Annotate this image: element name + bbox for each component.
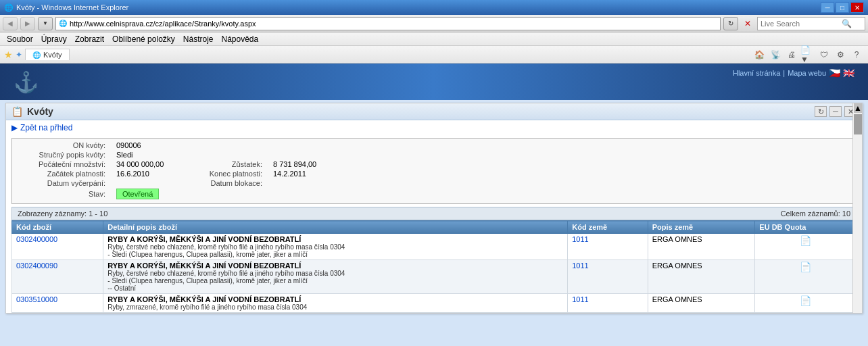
window-controls: ↻ ─ ✕ bbox=[815, 106, 857, 117]
cell-popis-zeme: ERGA OMNES bbox=[648, 260, 755, 294]
favorites-bar: ★ ✦ 🌐 Kvóty 🏠 📡 🖨 📄▼ 🛡 ⚙ ? bbox=[0, 46, 868, 64]
browser-titlebar: 🌐 Kvóty - Windows Internet Explorer ─ □ … bbox=[0, 0, 868, 15]
back-button[interactable]: ◀ bbox=[3, 17, 18, 30]
cell-kod-zeme: 1011 bbox=[568, 260, 648, 294]
on-kvoty-value: 090006 bbox=[116, 141, 184, 149]
browser-title: Kvóty - Windows Internet Explorer bbox=[16, 3, 128, 11]
forward-button[interactable]: ▶ bbox=[20, 17, 35, 30]
cell-kod-zeme: 1011 bbox=[568, 234, 648, 260]
scrollbar[interactable]: ▲ bbox=[852, 103, 862, 313]
kod-zeme-link[interactable]: 1011 bbox=[572, 235, 588, 243]
strucny-value: Sledi bbox=[116, 151, 184, 159]
favorites-tab[interactable]: 🌐 Kvóty bbox=[25, 49, 70, 60]
menu-upravy[interactable]: Úpravy bbox=[37, 33, 71, 45]
minimize-icon[interactable]: ─ bbox=[829, 106, 842, 117]
popis-detail: Ryby, čerstvé nebo chlazené, kromě rybíh… bbox=[107, 243, 563, 258]
search-bar[interactable]: 🔍 bbox=[757, 17, 865, 30]
favorites-add-icon[interactable]: ✦ bbox=[16, 50, 22, 59]
on-kvoty-label: ON kvóty: bbox=[18, 141, 105, 149]
konec-value: 14.2.2011 bbox=[273, 170, 341, 178]
back-link[interactable]: ▶ Zpět na přhled bbox=[6, 120, 862, 135]
zustatek-value: 8 731 894,00 bbox=[273, 160, 341, 168]
minimize-button[interactable]: ─ bbox=[821, 2, 834, 13]
cell-kod-zbozi: 0303510000 bbox=[12, 294, 103, 313]
content-header: 📋 Kvóty ↻ ─ ✕ bbox=[6, 103, 862, 120]
dropdown-button[interactable]: ▼ bbox=[38, 17, 53, 30]
cell-eu-db: 📄 bbox=[755, 294, 857, 313]
menu-oblibene[interactable]: Oblíbené položky bbox=[108, 33, 179, 45]
records-total: Celkem záznamů: 10 bbox=[781, 209, 850, 218]
popis-detail: Ryby, čerstvé nebo chlazené, kromě rybíh… bbox=[107, 270, 563, 292]
sitemap-link[interactable]: Mapa webu bbox=[788, 69, 826, 77]
konec-label: Konec platnosti: bbox=[195, 170, 262, 178]
table-row: 0302400000RYBY A KORÝŠI, MĚKKÝŠI A JINÍ … bbox=[12, 234, 857, 260]
back-link-label: Zpět na přhled bbox=[20, 123, 72, 132]
page-button[interactable]: 📄▼ bbox=[800, 48, 815, 61]
records-shown: Zobrazeny záznamy: 1 - 10 bbox=[18, 209, 107, 218]
safety-button[interactable]: 🛡 bbox=[817, 48, 831, 61]
info-row-datum: Datum vyčerpání: Datum blokace: bbox=[18, 179, 850, 187]
popis-detail: Ryby, zmrazené, kromě rybího filé a jiné… bbox=[107, 303, 563, 311]
kod-zeme-link[interactable]: 1011 bbox=[572, 262, 588, 270]
eu-db-icon[interactable]: 📄 bbox=[800, 235, 811, 246]
maximize-button[interactable]: □ bbox=[836, 2, 849, 13]
address-input[interactable] bbox=[70, 20, 717, 28]
cell-popis-zeme: ERGA OMNES bbox=[648, 294, 755, 313]
cell-eu-db: 📄 bbox=[755, 234, 857, 260]
record-count-bar: Zobrazeny záznamy: 1 - 10 Celkem záznamů… bbox=[11, 207, 857, 220]
zacatek-label: Začátek platnosti: bbox=[18, 170, 105, 178]
content-area: 📋 Kvóty ↻ ─ ✕ ▶ Zpět na přhled ON kvóty:… bbox=[5, 103, 863, 314]
scroll-up-arrow[interactable]: ▲ bbox=[854, 103, 862, 113]
status-badge: Otevřená bbox=[116, 189, 159, 199]
popis-bold: RYBY A KORÝŠI, MĚKKÝŠI A JINÍ VODNÍ BEZO… bbox=[107, 295, 563, 303]
cell-kod-zbozi: 0302400000 bbox=[12, 234, 103, 260]
stop-button[interactable]: ✕ bbox=[741, 17, 754, 30]
window-icon: 📋 bbox=[11, 106, 23, 117]
home-link[interactable]: Hlavní stránka bbox=[733, 69, 780, 77]
kod-zbozi-link[interactable]: 0302400090 bbox=[16, 262, 57, 270]
menu-napoveda[interactable]: Nápověda bbox=[218, 33, 263, 45]
window-title: Kvóty bbox=[27, 106, 53, 117]
search-icon[interactable]: 🔍 bbox=[842, 19, 852, 28]
refresh-button[interactable]: ↻ bbox=[723, 17, 738, 30]
scroll-thumb[interactable] bbox=[854, 114, 862, 134]
col-detailni-popis: Detailní popis zboží bbox=[103, 221, 568, 234]
menu-zobrazit[interactable]: Zobrazit bbox=[71, 33, 108, 45]
favorites-star-icon: ★ bbox=[4, 49, 13, 60]
print-button[interactable]: 🖨 bbox=[784, 48, 799, 61]
banner-separator: | bbox=[783, 69, 785, 77]
nav-toolbar: ◀ ▶ ▼ 🌐 ↻ ✕ 🔍 bbox=[0, 15, 868, 32]
back-arrow-icon: ▶ bbox=[11, 123, 18, 132]
refresh-icon[interactable]: ↻ bbox=[815, 106, 827, 117]
col-kod-zeme: Kód země bbox=[568, 221, 648, 234]
menu-nastroje[interactable]: Nástroje bbox=[179, 33, 218, 45]
window-controls: ─ □ ✕ bbox=[821, 2, 864, 13]
help-button[interactable]: ? bbox=[849, 48, 864, 61]
eu-db-icon[interactable]: 📄 bbox=[800, 295, 811, 306]
pocatecni-label: Počáteční množství: bbox=[18, 160, 105, 168]
menu-bar: Soubor Úpravy Zobrazit Oblíbené položky … bbox=[0, 32, 868, 46]
feeds-button[interactable]: 📡 bbox=[768, 48, 783, 61]
browser-icon: 🌐 bbox=[4, 3, 14, 12]
menu-soubor[interactable]: Soubor bbox=[3, 33, 37, 45]
kod-zbozi-link[interactable]: 0302400000 bbox=[16, 235, 57, 243]
info-box: ON kvóty: 090006 Stručný popis kvóty: Sl… bbox=[11, 138, 857, 204]
stav-label: Stav: bbox=[18, 190, 105, 198]
cell-popis: RYBY A KORÝŠI, MĚKKÝŠI A JINÍ VODNÍ BEZO… bbox=[103, 294, 568, 313]
cell-popis-zeme: ERGA OMNES bbox=[648, 234, 755, 260]
search-input[interactable] bbox=[761, 20, 842, 28]
tab-page-icon: 🌐 bbox=[32, 51, 41, 59]
kod-zbozi-link[interactable]: 0303510000 bbox=[16, 295, 57, 303]
home-button[interactable]: 🏠 bbox=[752, 48, 767, 61]
cell-popis: RYBY A KORÝŠI, MĚKKÝŠI A JINÍ VODNÍ BEZO… bbox=[103, 260, 568, 294]
info-row-pocatecni: Počáteční množství: 34 000 000,00 Zůstat… bbox=[18, 160, 850, 168]
eu-db-icon[interactable]: 📄 bbox=[800, 262, 811, 272]
close-button[interactable]: ✕ bbox=[850, 2, 864, 13]
tools-button[interactable]: ⚙ bbox=[833, 48, 848, 61]
table-header-row: Kód zboží Detailní popis zboží Kód země … bbox=[12, 221, 857, 234]
datum-vyc-label: Datum vyčerpání: bbox=[18, 179, 105, 187]
tab-label: Kvóty bbox=[43, 51, 62, 59]
address-bar[interactable]: 🌐 bbox=[55, 17, 721, 30]
kod-zeme-link[interactable]: 1011 bbox=[572, 295, 588, 303]
zustatek-label: Zůstatek: bbox=[195, 160, 262, 168]
